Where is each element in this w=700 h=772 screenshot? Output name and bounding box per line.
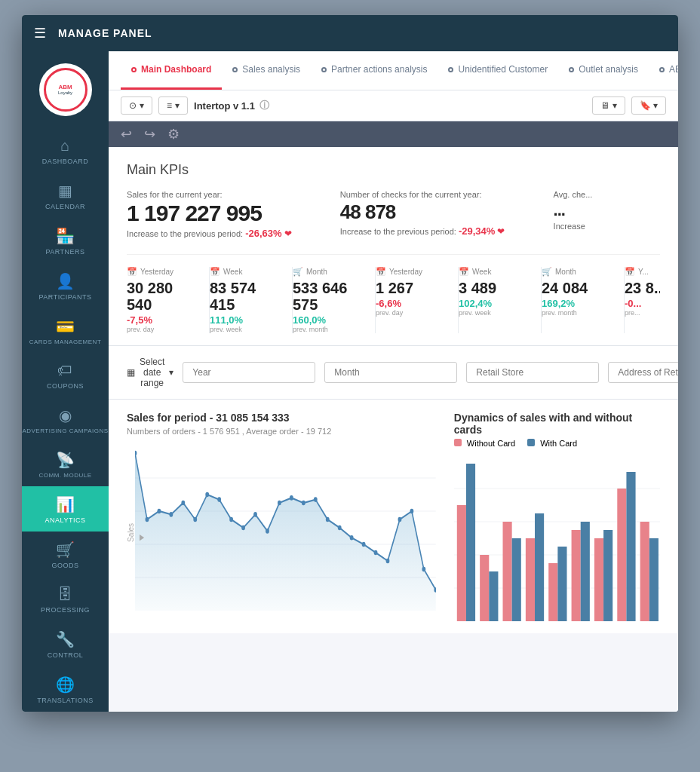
tab-main-dashboard[interactable]: Main Dashboard <box>121 51 222 90</box>
tab-unidentified[interactable]: Unidentified Customer <box>438 51 558 90</box>
sidebar-item-participants[interactable]: 👤 PARTICIPANTS <box>22 263 109 308</box>
address-input[interactable] <box>608 362 678 383</box>
period-icon-4: 📅 <box>459 267 469 277</box>
toolbar-right: 🖥 ▾ 🔖 ▾ <box>592 96 666 115</box>
period-value-3: 1 267 <box>376 280 449 296</box>
chart-left-inner: Sales <box>127 445 436 621</box>
retail-store-input[interactable] <box>466 362 599 383</box>
main-layout: ABM Loyalty ⌂ DASHBOARD ▦ CALENDAR 🏪 PAR… <box>22 51 678 712</box>
sidebar-label-cards: CARDS MANAGEMENT <box>29 339 102 345</box>
period-sub-5: prev. month <box>542 309 615 317</box>
svg-rect-50 <box>617 489 626 621</box>
heart-icon-sales: ❤ <box>284 228 292 239</box>
legend-dot-without <box>454 439 462 446</box>
sidebar-item-goods[interactable]: 🛒 GOODS <box>22 532 109 577</box>
sidebar-item-partners[interactable]: 🏪 PARTNERS <box>22 218 109 263</box>
settings-button[interactable]: ⚙ <box>167 126 180 142</box>
participants-icon: 👤 <box>56 272 75 290</box>
sidebar-label-participants: PARTICIPANTS <box>38 293 91 301</box>
svg-point-12 <box>217 497 221 502</box>
bar-chart-svg <box>454 455 660 621</box>
tabs-bar: Main Dashboard Sales analysis Partner ac… <box>109 51 678 90</box>
period-value-5: 24 084 <box>542 280 615 296</box>
sales-change: -26,63% <box>245 228 281 239</box>
chart-legend: Without Card With Card <box>454 439 660 448</box>
sidebar-item-calendar[interactable]: ▦ CALENDAR <box>22 173 109 218</box>
legend-with: With Card <box>527 439 577 448</box>
list-button[interactable]: ≡ ▾ <box>158 96 188 115</box>
redo-button[interactable]: ↪ <box>144 126 155 142</box>
period-header-2: 🛒 Month <box>293 267 366 277</box>
bookmark-button[interactable]: 🔖 ▾ <box>631 96 666 115</box>
sidebar-item-coupons[interactable]: 🏷 COUPONS <box>22 353 109 397</box>
checks-label: Number of checks for the current year: <box>340 190 554 199</box>
sidebar-item-dashboard[interactable]: ⌂ DASHBOARD <box>22 128 109 173</box>
chart-left-title: Sales for period - 31 085 154 333 <box>127 412 436 424</box>
coupons-icon: 🏷 <box>57 362 73 379</box>
sidebar-item-control[interactable]: 🔧 CONTROL <box>22 621 109 666</box>
period-label-5: Month <box>555 268 576 276</box>
svg-point-22 <box>338 525 342 531</box>
tab-sales-analysis[interactable]: Sales analysis <box>222 51 311 90</box>
period-icon-6: 📅 <box>625 267 635 277</box>
monitor-button[interactable]: 🖥 ▾ <box>592 96 625 115</box>
version-label: Intertop v 1.1 ⓘ <box>194 99 269 112</box>
svg-point-11 <box>205 492 209 498</box>
period-label-0: Yesterday <box>140 268 173 276</box>
tab-dot-main <box>131 67 137 72</box>
date-range-button[interactable]: ▦ Select date range ▾ <box>127 357 173 388</box>
sidebar-item-translations[interactable]: 🌐 TRANSLATIONS <box>22 666 109 712</box>
sidebar-label-dashboard: DASHBOARD <box>42 158 89 165</box>
tab-abc[interactable]: ABC analysis <box>649 51 678 90</box>
sidebar-label-goods: GOODS <box>51 562 78 569</box>
kpi-avg: Avg. che... ... Increase <box>554 190 660 231</box>
tab-outlet[interactable]: Outlet analysis <box>558 51 649 90</box>
svg-point-29 <box>422 567 425 572</box>
svg-rect-42 <box>526 538 535 621</box>
sidebar-item-cards[interactable]: 💳 CARDS MANAGEMENT <box>22 308 109 353</box>
logo-text: ABM <box>58 84 72 90</box>
period-sub-3: prev. day <box>376 309 449 317</box>
topbar-title: MANAGE PANEL <box>58 27 152 39</box>
period-header-0: 📅 Yesterday <box>127 267 200 277</box>
sidebar-item-advertising[interactable]: ◉ ADVERTISING CAMPAIGNS <box>22 397 109 442</box>
svg-point-7 <box>158 509 161 514</box>
svg-rect-46 <box>571 530 580 621</box>
sidebar-item-analytics[interactable]: 📊 ANALYTICS <box>22 486 109 532</box>
checks-value: 48 878 <box>340 201 554 224</box>
svg-rect-36 <box>457 505 466 621</box>
sidebar-item-comm[interactable]: 📡 COMM. MODULE <box>22 442 109 486</box>
tab-label-sales: Sales analysis <box>242 64 300 75</box>
period-value-6: 23 8... <box>625 280 660 296</box>
heart-icon-checks: ❤ <box>497 226 505 237</box>
sidebar-item-processing[interactable]: 🗄 PROCESSING <box>22 577 109 621</box>
logo-sub: Loyalty <box>58 90 72 95</box>
svg-rect-38 <box>480 555 489 621</box>
svg-point-17 <box>278 501 281 506</box>
undo-button[interactable]: ↩ <box>121 126 132 142</box>
kpi-period-2: 🛒 Month 533 646 575 160,0% prev. month <box>293 267 376 333</box>
chart-right-title: Dynamics of sales with and without cards <box>454 412 660 436</box>
tab-partner-actions[interactable]: Partner actions analysis <box>311 51 438 90</box>
kpi-checks: Number of checks for the current year: 4… <box>340 190 554 237</box>
compass-button[interactable]: ⊙ ▾ <box>121 96 152 115</box>
chart-left-subtitle: Numbers of orders - 1 576 951 , Average … <box>127 427 436 436</box>
sidebar: ABM Loyalty ⌂ DASHBOARD ▦ CALENDAR 🏪 PAR… <box>22 51 109 712</box>
kpis-section: Main KPIs Sales for the current year: 1 … <box>109 147 678 346</box>
svg-rect-44 <box>548 563 557 621</box>
period-pct-2: 160,0% <box>293 314 366 326</box>
period-value-2: 533 646 575 <box>293 280 366 313</box>
svg-point-20 <box>314 497 318 502</box>
year-input[interactable] <box>183 362 315 383</box>
period-sub-4: prev. week <box>459 309 532 317</box>
tab-dot-sales <box>232 67 238 72</box>
translations-icon: 🌐 <box>56 676 75 694</box>
period-icon-2: 🛒 <box>293 267 303 277</box>
topbar: ☰ MANAGE PANEL <box>22 15 678 51</box>
filter-section: ▦ Select date range ▾ <box>109 346 678 400</box>
hamburger-icon[interactable]: ☰ <box>34 25 46 41</box>
chart-left: Sales for period - 31 085 154 333 Number… <box>127 412 436 621</box>
period-sub-0: prev. day <box>127 326 200 333</box>
sidebar-label-translations: TRANSLATIONS <box>37 697 93 704</box>
month-input[interactable] <box>324 362 457 383</box>
